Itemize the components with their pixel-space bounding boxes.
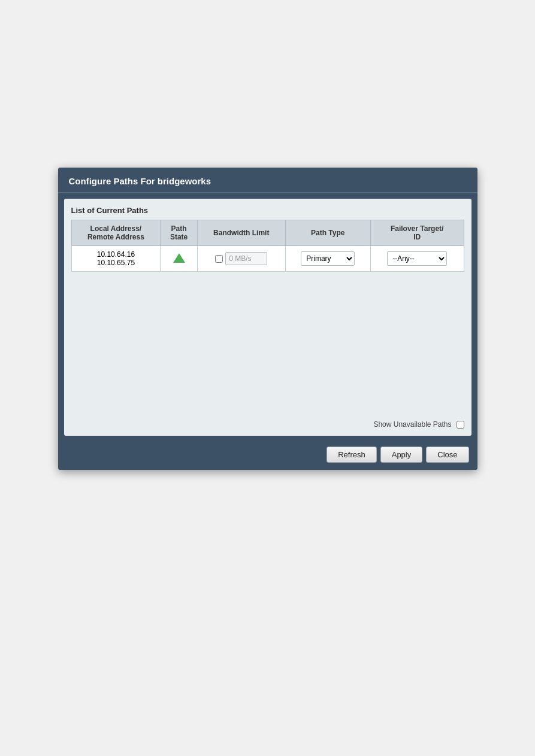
show-unavailable-checkbox[interactable] xyxy=(457,421,464,429)
col-header-path-type: Path Type xyxy=(285,220,370,246)
dialog-body: List of Current Paths Local Address/Remo… xyxy=(64,199,471,436)
cell-path-type[interactable]: Primary Secondary Disabled xyxy=(285,246,370,272)
path-type-select[interactable]: Primary Secondary Disabled xyxy=(301,251,355,266)
refresh-button[interactable]: Refresh xyxy=(327,447,377,463)
col-header-path-state: PathState xyxy=(161,220,198,246)
section-title: List of Current Paths xyxy=(71,206,464,215)
dialog-title: Configure Paths For bridgeworks xyxy=(69,176,211,186)
empty-area xyxy=(71,272,464,415)
local-address: 10.10.64.16 xyxy=(97,250,135,259)
bandwidth-input[interactable] xyxy=(225,252,267,265)
table-row: 10.10.64.16 10.10.65.75 Pr xyxy=(71,246,464,272)
col-header-local-remote: Local Address/Remote Address xyxy=(71,220,161,246)
failover-select[interactable]: --Any-- None xyxy=(387,251,447,266)
bandwidth-checkbox[interactable] xyxy=(215,255,223,263)
cell-bandwidth[interactable] xyxy=(197,246,285,272)
remote-address: 10.10.65.75 xyxy=(97,259,135,267)
configure-paths-dialog: Configure Paths For bridgeworks List of … xyxy=(58,168,477,470)
path-state-up-icon xyxy=(173,253,185,263)
col-header-failover: Failover Target/ID xyxy=(370,220,464,246)
cell-addresses: 10.10.64.16 10.10.65.75 xyxy=(71,246,161,272)
apply-button[interactable]: Apply xyxy=(380,447,423,463)
dialog-title-bar: Configure Paths For bridgeworks xyxy=(58,168,477,193)
paths-table: Local Address/Remote Address PathState B… xyxy=(71,220,464,272)
col-header-bandwidth: Bandwidth Limit xyxy=(197,220,285,246)
footer-row: Show Unavailable Paths xyxy=(71,420,464,429)
close-button[interactable]: Close xyxy=(426,447,468,463)
cell-failover[interactable]: --Any-- None xyxy=(370,246,464,272)
dialog-footer: Refresh Apply Close xyxy=(58,442,477,470)
show-unavailable-label: Show Unavailable Paths xyxy=(373,420,451,429)
cell-path-state xyxy=(161,246,198,272)
